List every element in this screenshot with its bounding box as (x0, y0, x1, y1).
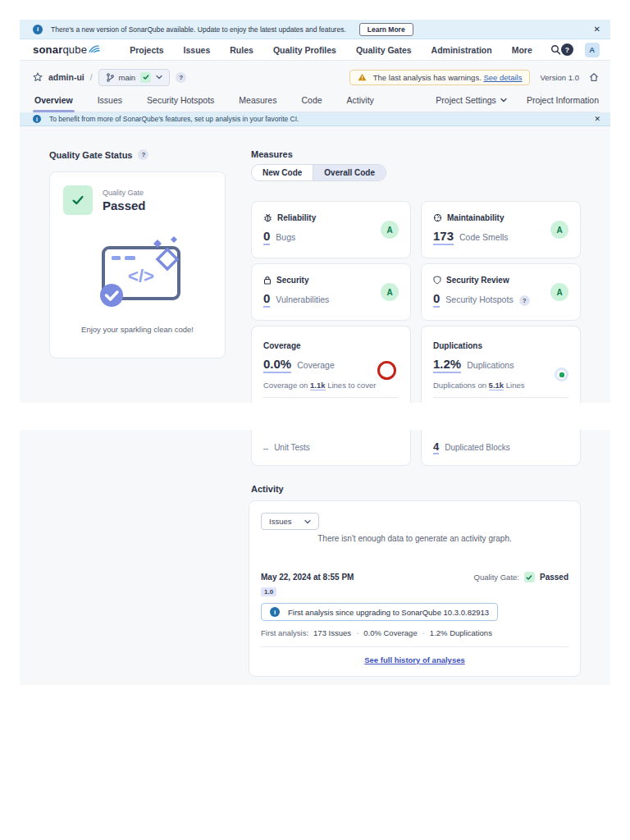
shield-icon (433, 276, 441, 285)
nav-right: ? A (561, 43, 600, 57)
measure-cards: Reliability 0 Bugs A Maintainability (251, 201, 581, 403)
security-hotspots-count-link[interactable]: 0 (433, 291, 440, 308)
ci-setup-banner: i To benefit from more of SonarQube's fe… (20, 112, 610, 126)
quality-gate-section-title: Quality Gate Status (49, 150, 132, 160)
first-analysis-note: i First analysis since upgrading to Sona… (261, 603, 498, 621)
code-scope-toggle: New Code Overall Code (251, 164, 386, 181)
unit-tests-footer: – Unit Tests (251, 430, 411, 466)
info-icon: i (33, 25, 43, 34)
nav-item-projects[interactable]: Projects (130, 45, 163, 55)
quality-gate-card: Quality Gate Passed </> Enjoy your spark… (49, 171, 226, 358)
bug-icon (263, 213, 272, 222)
screenshot-seam (20, 403, 610, 430)
passed-check-icon (63, 185, 93, 215)
tab-code[interactable]: Code (299, 90, 323, 112)
duplications-card: Duplications 1.2% Duplications Duplicati… (421, 326, 581, 403)
version-label: Version 1.0 (540, 73, 579, 82)
quality-gate-help-icon[interactable]: ? (138, 149, 148, 160)
home-icon[interactable] (589, 72, 599, 82)
sonarqube-logo[interactable]: sonarqube (33, 43, 102, 56)
lines-to-cover-link[interactable]: 1.1k (310, 381, 326, 390)
duplications-footnote: Duplications on 5.1k Lines (433, 381, 568, 390)
passed-check-icon (524, 572, 535, 582)
analysis-warning: The last analysis has warnings. See deta… (349, 70, 531, 85)
version-badge: 1.0 (261, 587, 276, 596)
logo-wave-icon (89, 42, 102, 52)
warning-text: The last analysis has warnings. See deta… (373, 73, 523, 82)
nav-item-rules[interactable]: Rules (230, 45, 253, 55)
graph-metric-select[interactable]: Issues (261, 513, 319, 530)
security-review-card: Security Review 0 Security Hotspots ? A (421, 263, 581, 321)
search-icon[interactable] (550, 44, 561, 55)
quality-gate-label: Quality Gate (103, 189, 146, 197)
info-icon: i (270, 607, 280, 617)
breadcrumb: admin-ui / main ? (33, 67, 599, 87)
project-settings-menu[interactable]: Project Settings (436, 95, 507, 105)
project-name[interactable]: admin-ui (48, 72, 84, 82)
activity-section-title: Activity (251, 484, 284, 494)
see-details-link[interactable]: See details (483, 73, 522, 82)
learn-more-button[interactable]: Learn More (359, 23, 413, 36)
duplicated-lines-link[interactable]: 5.1k (489, 381, 504, 390)
svg-text:</>: </> (128, 266, 154, 286)
vulnerabilities-count-link[interactable]: 0 (263, 291, 270, 308)
reliability-card: Reliability 0 Bugs A (251, 201, 411, 258)
chevron-down-icon (304, 519, 311, 524)
nav-item-quality-gates[interactable]: Quality Gates (356, 45, 412, 55)
quality-gate-status: Passed (103, 199, 146, 212)
nav-item-quality-profiles[interactable]: Quality Profiles (273, 45, 336, 55)
tab-overview[interactable]: Overview (33, 90, 75, 112)
branch-status-check-icon (140, 72, 151, 83)
security-hotspots-help-icon[interactable]: ? (519, 295, 530, 306)
info-icon: i (33, 115, 41, 123)
security-review-rating-badge[interactable]: A (550, 283, 568, 301)
measures-section: Measures New Code Overall Code Reliabili… (251, 149, 581, 403)
tab-security-hotspots[interactable]: Security Hotspots (145, 90, 216, 112)
nav-item-more[interactable]: More (512, 45, 532, 55)
branch-help-icon[interactable]: ? (176, 72, 186, 83)
overview-content: Quality Gate Status ? Quality Gate Passe… (20, 126, 610, 403)
toggle-overall-code[interactable]: Overall Code (313, 165, 386, 180)
analysis-summary: First analysis: 173 Issues · 0.0% Covera… (261, 628, 568, 637)
bugs-count-link[interactable]: 0 (263, 229, 270, 245)
logo-text: sonarqube (33, 43, 87, 56)
duplications-value-link[interactable]: 1.2% (433, 357, 461, 373)
code-smells-count-link[interactable]: 173 (433, 229, 454, 245)
help-icon[interactable]: ? (561, 43, 573, 56)
maintainability-card: Maintainability 173 Code Smells A (421, 201, 581, 258)
measures-section-title: Measures (251, 149, 293, 159)
duplicated-blocks-count-link[interactable]: 4 (433, 441, 439, 454)
security-rating-badge[interactable]: A (381, 283, 399, 301)
avatar[interactable]: A (585, 43, 600, 57)
tab-issues[interactable]: Issues (96, 90, 124, 112)
project-header: admin-ui / main ? (20, 61, 610, 112)
nav-item-administration[interactable]: Administration (431, 45, 492, 55)
header-right: The last analysis has warnings. See deta… (349, 70, 599, 85)
toggle-new-code[interactable]: New Code (252, 165, 313, 180)
warning-icon (358, 73, 367, 81)
branch-selector[interactable]: main (98, 69, 171, 86)
main-nav: Projects Issues Rules Quality Profiles Q… (130, 45, 532, 55)
maintainability-rating-badge[interactable]: A (550, 221, 568, 239)
update-banner: i There's a new version of SonarQube ava… (20, 20, 610, 39)
top-nav: sonarqube Projects Issues Rules Quality … (20, 39, 610, 61)
close-icon[interactable]: ✕ (594, 115, 600, 123)
update-banner-text: There's a new version of SonarQube avail… (51, 25, 346, 34)
tab-measures[interactable]: Measures (237, 90, 278, 112)
branch-icon (106, 73, 114, 82)
project-information-link[interactable]: Project Information (527, 95, 599, 105)
unit-tests-value: – (263, 443, 268, 453)
duplicated-blocks-footer: 4 Duplicated Blocks (421, 430, 581, 466)
close-icon[interactable]: ✕ (594, 25, 600, 34)
maintainability-icon (433, 213, 442, 222)
empty-graph-message: There isn't enough data to generate an a… (261, 534, 568, 543)
favorite-star-icon[interactable] (33, 72, 43, 82)
tab-activity[interactable]: Activity (345, 90, 376, 112)
reliability-rating-badge[interactable]: A (381, 221, 399, 239)
nav-item-issues[interactable]: Issues (184, 45, 211, 55)
coverage-value-link[interactable]: 0.0% (263, 357, 291, 373)
activity-card: Issues There isn't enough data to genera… (249, 500, 581, 677)
coverage-footnote: Coverage on 1.1k Lines to cover (263, 381, 399, 390)
see-full-history-link[interactable]: See full history of analyses (364, 655, 465, 664)
quality-gate-section: Quality Gate Status ? Quality Gate Passe… (49, 149, 226, 403)
